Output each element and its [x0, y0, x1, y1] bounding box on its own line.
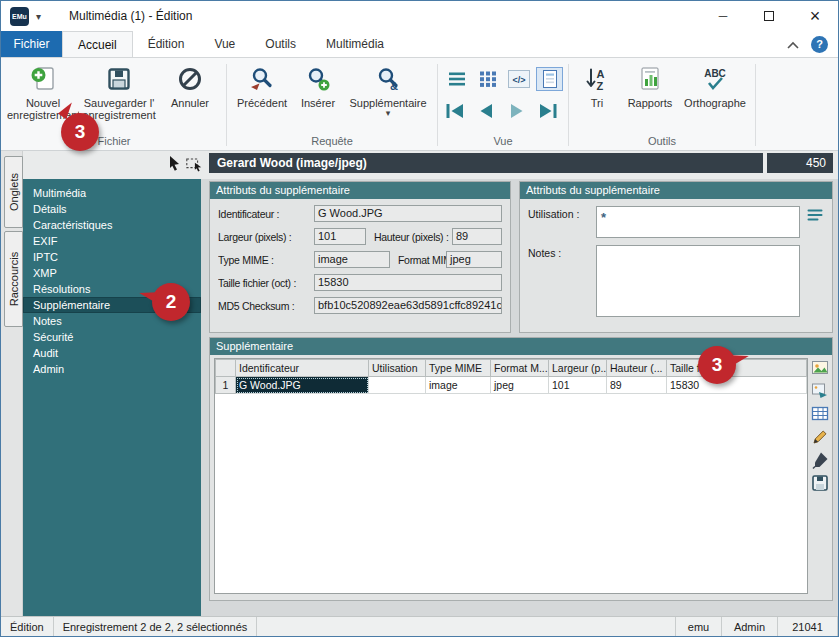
file-size-field[interactable]: 15830: [314, 274, 502, 291]
table-header-type-mime[interactable]: Type MIME: [426, 360, 491, 377]
ribbon-group-requete: Précédent Insérer & Supplémentaire ▾ Req…: [228, 60, 436, 150]
supplementary-table: Identificateur Utilisation Type MIME For…: [214, 358, 808, 594]
cell-utilisation[interactable]: [369, 377, 426, 394]
cell-type-mime[interactable]: image: [426, 377, 491, 394]
insert-query-button[interactable]: Insérer: [292, 61, 344, 109]
search-supplementary-icon: &: [375, 65, 401, 93]
width-field[interactable]: 101: [314, 228, 366, 245]
collapse-ribbon-icon[interactable]: [787, 35, 799, 53]
view-page-button[interactable]: [536, 67, 563, 91]
table-header-identificateur[interactable]: Identificateur: [236, 360, 369, 377]
sidebar-item-securite[interactable]: Sécurité: [23, 329, 201, 345]
next-record-icon: [506, 103, 528, 119]
close-button[interactable]: ×: [792, 1, 838, 31]
cell-identificateur[interactable]: G Wood.JPG: [236, 377, 369, 394]
cancel-icon: [177, 65, 203, 93]
sidebar-item-admin[interactable]: Admin: [23, 361, 201, 377]
cancel-label: Annuler: [159, 97, 221, 109]
new-record-label-1: Nouvel: [26, 97, 60, 109]
view-grid-button[interactable]: [474, 67, 501, 91]
minimize-button[interactable]: ─: [700, 1, 746, 31]
tool-pen-button[interactable]: [810, 450, 830, 470]
save-icon: [106, 65, 132, 93]
next-record-button[interactable]: [505, 101, 529, 121]
md5-field[interactable]: bfb10c520892eae63d5891cffc89241c: [314, 297, 502, 314]
notes-field[interactable]: [596, 245, 800, 317]
table-header-largeur[interactable]: Largeur (p...: [549, 360, 607, 377]
sidebar-item-audit[interactable]: Audit: [23, 345, 201, 361]
tab-edition[interactable]: Édition: [133, 31, 200, 57]
status-record-info: Enregistrement 2 de 2, 2 sélectionnés: [54, 617, 258, 636]
last-record-button[interactable]: [536, 101, 560, 121]
table-header-utilisation[interactable]: Utilisation: [369, 360, 426, 377]
cell-hauteur[interactable]: 89: [607, 377, 667, 394]
cell-largeur[interactable]: 101: [549, 377, 607, 394]
sidebar-item-caracteristiques[interactable]: Caractéristiques: [23, 217, 201, 233]
cell-taille[interactable]: 15830: [667, 377, 807, 394]
tool-save-button[interactable]: [810, 473, 830, 493]
tab-multimedia[interactable]: Multimédia: [311, 31, 399, 57]
first-record-button[interactable]: [443, 101, 467, 121]
grid-view-icon: [476, 69, 500, 89]
sidebar-item-xmp[interactable]: XMP: [23, 265, 201, 281]
reports-icon: [637, 65, 663, 93]
side-tab-onglets[interactable]: Onglets: [4, 156, 23, 228]
sidebar-item-exif[interactable]: EXIF: [23, 233, 201, 249]
system-menu-caret-icon[interactable]: ▾: [36, 11, 41, 22]
reports-button[interactable]: Rapports: [620, 61, 680, 109]
group-separator: [755, 64, 756, 146]
mime-format-field[interactable]: jpeg: [446, 251, 502, 268]
help-button[interactable]: ?: [811, 36, 828, 53]
height-field[interactable]: 89: [452, 228, 502, 245]
tab-fichier[interactable]: Fichier: [1, 31, 62, 57]
tab-vue[interactable]: Vue: [199, 31, 250, 57]
sort-button[interactable]: AZ Tri: [574, 61, 620, 109]
view-code-button[interactable]: </>: [505, 67, 532, 91]
row-number-cell[interactable]: 1: [216, 377, 236, 394]
grid-icon: [811, 405, 829, 423]
table-header-hauteur[interactable]: Hauteur (...: [607, 360, 667, 377]
file-size-label: Taille fichier (oct) :: [218, 277, 314, 289]
tool-image-button[interactable]: [810, 358, 830, 378]
mime-type-field[interactable]: image: [314, 251, 390, 268]
status-role: Admin: [722, 617, 778, 636]
app-icon[interactable]: EMu: [10, 7, 29, 26]
tab-accueil[interactable]: Accueil: [62, 31, 133, 57]
sort-label: Tri: [574, 97, 620, 109]
callout-3-table-tools: 3: [698, 346, 736, 384]
tab-outils[interactable]: Outils: [250, 31, 311, 57]
previous-query-button[interactable]: Précédent: [232, 61, 292, 109]
maximize-button[interactable]: [746, 1, 792, 31]
save-record-button[interactable]: Sauvegarder l'enregistrement: [79, 61, 159, 121]
image-icon: [811, 359, 829, 377]
table-header-format-mime[interactable]: Format M...: [491, 360, 549, 377]
identifier-field[interactable]: G Wood.JPG: [314, 205, 502, 222]
pointer-tool-icon[interactable]: [165, 154, 183, 174]
sidebar-item-multimedia[interactable]: Multimédia: [23, 185, 201, 201]
lookup-list-button[interactable]: [800, 206, 824, 223]
tool-image-export-button[interactable]: [810, 381, 830, 401]
cancel-button[interactable]: Annuler: [159, 61, 221, 109]
tool-grid-button[interactable]: [810, 404, 830, 424]
ribbon-tabbar: Fichier Accueil Édition Vue Outils Multi…: [1, 31, 838, 58]
previous-record-button[interactable]: [474, 101, 498, 121]
supplementary-query-button[interactable]: & Supplémentaire ▾: [344, 61, 432, 117]
sidebar-item-iptc[interactable]: IPTC: [23, 249, 201, 265]
view-list-button[interactable]: [443, 67, 470, 91]
sidebar: Multimédia Détails Caractéristiques EXIF…: [23, 179, 201, 618]
md5-label: MD5 Checksum :: [218, 300, 314, 312]
save-record-label-1: Sauvegarder l': [84, 97, 155, 109]
table-corner-cell[interactable]: [216, 360, 236, 377]
group-label-vue: Vue: [443, 134, 563, 150]
supplementary-dropdown-caret-icon[interactable]: ▾: [386, 109, 391, 117]
lookup-list-icon: [806, 207, 824, 223]
marquee-select-tool-icon[interactable]: [185, 154, 203, 174]
cell-format-mime[interactable]: jpeg: [491, 377, 549, 394]
side-tab-raccourcis[interactable]: Raccourcis: [4, 231, 23, 327]
pen-icon: [811, 451, 829, 469]
group-label-fichier: Fichier: [7, 134, 221, 150]
tool-pencil-button[interactable]: [810, 427, 830, 447]
spellcheck-button[interactable]: ABC Orthographe: [680, 61, 750, 109]
usage-field[interactable]: *: [596, 206, 800, 238]
sidebar-item-details[interactable]: Détails: [23, 201, 201, 217]
